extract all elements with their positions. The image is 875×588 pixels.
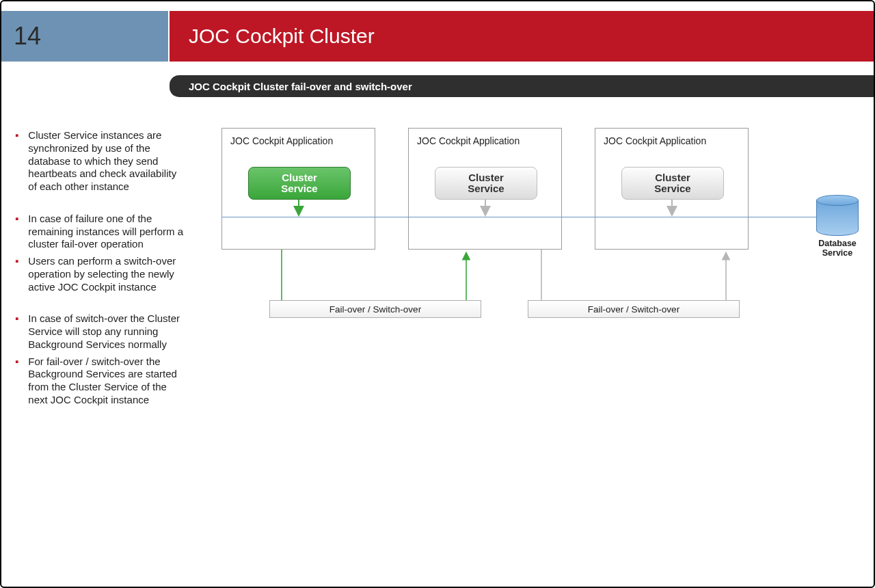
bullet-group: ▪ In case of switch-over the Cluster Ser… — [15, 312, 185, 406]
page-title: JOC Cockpit Cluster — [189, 25, 375, 48]
db-connector-line — [221, 217, 819, 217]
joc-app-box-3: JOC Cockpit Application Cluster Service — [595, 128, 749, 250]
slide-number: 14 — [14, 22, 41, 51]
bullet-item: ▪ For fail-over / switch-over the Backgr… — [15, 356, 185, 407]
cluster-line2: Service — [468, 183, 504, 195]
failover-box-2: Fail-over / Switch-over — [528, 300, 740, 318]
bullet-text: Cluster Service instances are synchroniz… — [28, 129, 185, 193]
bullet-text: Users can perform a switch-over operatio… — [28, 255, 185, 293]
cluster-line2: Service — [654, 183, 690, 195]
cluster-line1: Cluster — [282, 172, 317, 184]
bullet-mark-icon: ▪ — [15, 255, 18, 268]
failover-label: Fail-over / Switch-over — [329, 304, 421, 315]
bullet-text: In case of switch-over the Cluster Servi… — [28, 312, 185, 351]
failover-label: Fail-over / Switch-over — [588, 304, 679, 315]
bullet-item: ▪ Users can perform a switch-over operat… — [15, 255, 185, 293]
bullet-item: ▪ In case of switch-over the Cluster Ser… — [15, 312, 185, 351]
joc-app-label: JOC Cockpit Application — [604, 135, 740, 146]
bullet-item: ▪ Cluster Service instances are synchron… — [15, 129, 185, 193]
slide-number-box: 14 — [1, 11, 168, 62]
bullet-list: ▪ Cluster Service instances are synchron… — [15, 129, 185, 426]
title-bar: JOC Cockpit Cluster — [170, 11, 874, 62]
bullet-mark-icon: ▪ — [15, 312, 18, 325]
database-cylinder: Database Service — [816, 195, 859, 258]
cluster-line1: Cluster — [468, 172, 504, 184]
cluster-service-inactive: Cluster Service — [621, 167, 724, 200]
failover-box-1: Fail-over / Switch-over — [269, 300, 481, 318]
bullet-mark-icon: ▪ — [15, 356, 18, 369]
joc-app-box-1: JOC Cockpit Application Cluster Service — [221, 128, 375, 250]
bullet-text: In case of failure one of the remaining … — [28, 213, 185, 251]
joc-app-label: JOC Cockpit Application — [230, 135, 366, 146]
cluster-line2: Service — [281, 183, 317, 195]
bullet-item: ▪ In case of failure one of the remainin… — [15, 213, 185, 251]
joc-app-label: JOC Cockpit Application — [417, 135, 553, 146]
header: 14 JOC Cockpit Cluster — [1, 1, 874, 48]
subtitle-bar: JOC Cockpit Cluster fail-over and switch… — [170, 75, 874, 97]
cylinder-top-icon — [816, 195, 859, 206]
bullet-mark-icon: ▪ — [15, 129, 18, 142]
content-area: ▪ Cluster Service instances are synchron… — [1, 121, 874, 587]
db-label-line2: Service — [816, 248, 859, 258]
db-label-line1: Database — [816, 239, 859, 248]
bullet-text: For fail-over / switch-over the Backgrou… — [28, 356, 185, 407]
architecture-diagram: JOC Cockpit Application Cluster Service … — [206, 121, 874, 587]
cluster-service-active: Cluster Service — [248, 167, 351, 200]
joc-app-box-2: JOC Cockpit Application Cluster Service — [408, 128, 562, 250]
cluster-line1: Cluster — [655, 172, 690, 184]
bullet-mark-icon: ▪ — [15, 213, 18, 226]
bullet-group: ▪ Cluster Service instances are synchron… — [15, 129, 185, 193]
bullet-group: ▪ In case of failure one of the remainin… — [15, 213, 185, 294]
cluster-service-inactive: Cluster Service — [435, 167, 537, 200]
page-subtitle: JOC Cockpit Cluster fail-over and switch… — [189, 81, 412, 92]
